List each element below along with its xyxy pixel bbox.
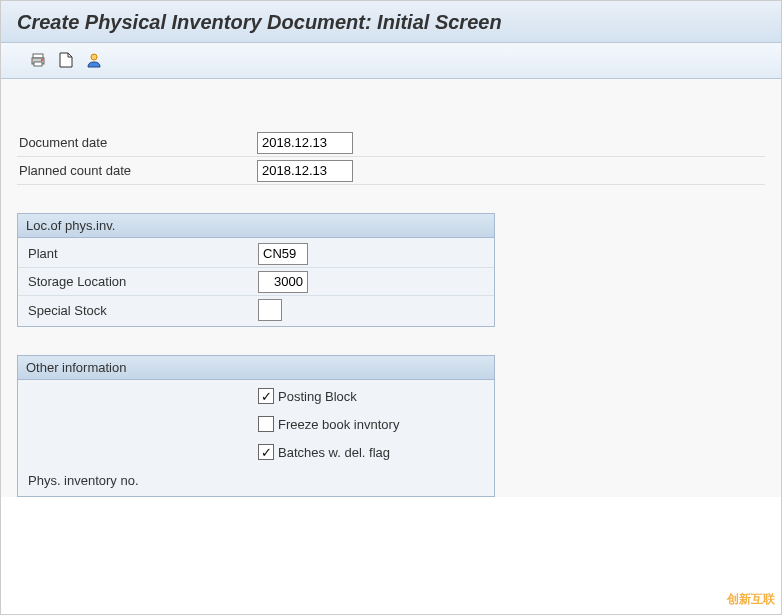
svg-rect-0 bbox=[33, 54, 43, 58]
planned-count-date-input[interactable] bbox=[257, 160, 353, 182]
plant-row: Plant bbox=[18, 240, 494, 268]
svg-rect-2 bbox=[34, 62, 42, 66]
toolbar bbox=[1, 43, 781, 79]
page-title: Create Physical Inventory Document: Init… bbox=[17, 11, 765, 34]
special-stock-row: Special Stock bbox=[18, 296, 494, 324]
plant-label: Plant bbox=[26, 246, 258, 261]
svg-point-4 bbox=[91, 54, 97, 60]
document-icon[interactable] bbox=[57, 51, 75, 69]
title-bar: Create Physical Inventory Document: Init… bbox=[1, 1, 781, 43]
special-stock-label: Special Stock bbox=[26, 303, 258, 318]
watermark: 创新互联 bbox=[727, 591, 775, 608]
other-info-header: Other information bbox=[18, 356, 494, 380]
posting-block-label: Posting Block bbox=[278, 389, 357, 404]
other-info-group: Other information ✓ Posting Block Freeze… bbox=[17, 355, 495, 497]
location-group-header: Loc.of phys.inv. bbox=[18, 214, 494, 238]
freeze-book-row: Freeze book invntory bbox=[18, 410, 494, 438]
user-icon[interactable] bbox=[85, 51, 103, 69]
planned-count-date-row: Planned count date bbox=[17, 157, 765, 185]
planned-count-date-label: Planned count date bbox=[17, 163, 257, 178]
svg-point-3 bbox=[41, 59, 43, 61]
freeze-book-label: Freeze book invntory bbox=[278, 417, 399, 432]
storage-location-input[interactable] bbox=[258, 271, 308, 293]
batches-del-checkbox[interactable]: ✓ bbox=[258, 444, 274, 460]
posting-block-checkbox[interactable]: ✓ bbox=[258, 388, 274, 404]
posting-block-row: ✓ Posting Block bbox=[18, 382, 494, 410]
phys-inventory-no-row: Phys. inventory no. bbox=[18, 466, 494, 494]
batches-del-label: Batches w. del. flag bbox=[278, 445, 390, 460]
storage-location-row: Storage Location bbox=[18, 268, 494, 296]
print-icon[interactable] bbox=[29, 51, 47, 69]
content-area: Document date Planned count date Loc.of … bbox=[1, 79, 781, 497]
location-group: Loc.of phys.inv. Plant Storage Location … bbox=[17, 213, 495, 327]
phys-inventory-no-label: Phys. inventory no. bbox=[26, 473, 258, 488]
freeze-book-checkbox[interactable] bbox=[258, 416, 274, 432]
batches-del-row: ✓ Batches w. del. flag bbox=[18, 438, 494, 466]
storage-location-label: Storage Location bbox=[26, 274, 258, 289]
document-date-label: Document date bbox=[17, 135, 257, 150]
document-date-input[interactable] bbox=[257, 132, 353, 154]
plant-input[interactable] bbox=[258, 243, 308, 265]
document-date-row: Document date bbox=[17, 129, 765, 157]
special-stock-input[interactable] bbox=[258, 299, 282, 321]
